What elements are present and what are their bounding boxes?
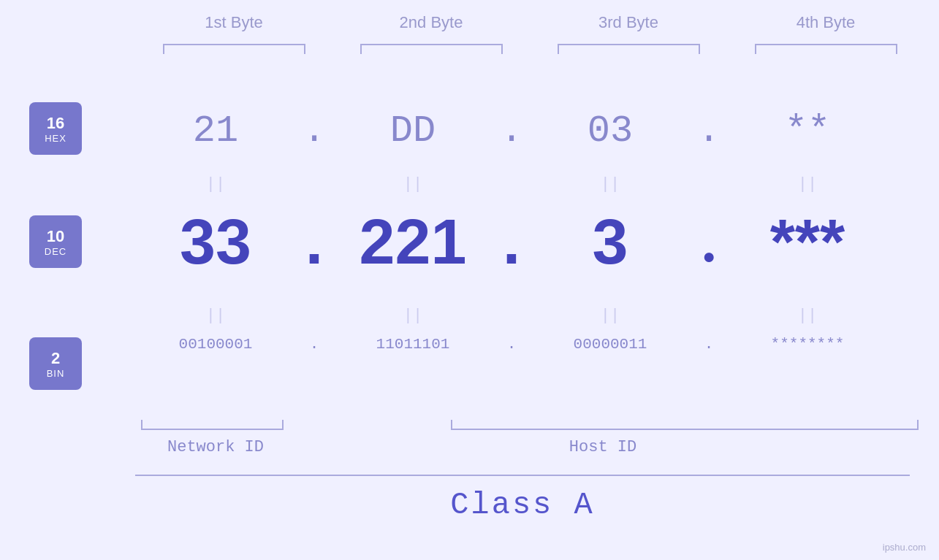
eq2-2: || bbox=[332, 307, 493, 325]
dec-val-4: *** bbox=[727, 204, 888, 279]
bottom-bracket-3-4 bbox=[451, 420, 919, 430]
dec-dot-3: ● bbox=[691, 215, 727, 269]
hex-dot-3: . bbox=[691, 110, 727, 153]
network-id-label: Network ID bbox=[135, 438, 296, 456]
byte-header-3: 3rd Byte bbox=[548, 13, 709, 32]
top-bracket-4 bbox=[755, 44, 897, 54]
byte-header-1: 1st Byte bbox=[153, 13, 314, 32]
badge-bin: 2 BIN bbox=[29, 337, 82, 390]
badge-bin-num: 2 bbox=[51, 349, 60, 368]
dec-dot-1: . bbox=[296, 204, 332, 279]
host-id-label: Host ID bbox=[332, 438, 873, 456]
byte-header-4: 4th Byte bbox=[745, 13, 906, 32]
badge-bin-label: BIN bbox=[47, 368, 65, 379]
bottom-divider-line bbox=[135, 475, 910, 476]
bin-val-4: ******** bbox=[727, 336, 888, 353]
eq1-2: || bbox=[332, 175, 493, 193]
hex-dot-2: . bbox=[493, 110, 530, 153]
hex-val-1: 21 bbox=[135, 110, 296, 153]
hex-dot-1: . bbox=[296, 110, 332, 153]
badge-hex-label: HEX bbox=[45, 133, 66, 144]
watermark: ipshu.com bbox=[883, 542, 926, 553]
dec-val-2: 221 bbox=[332, 204, 493, 279]
hex-val-3: 03 bbox=[530, 110, 691, 153]
eq2-1: || bbox=[135, 307, 296, 325]
bin-dot-1: . bbox=[296, 336, 332, 353]
bin-val-3: 00000011 bbox=[530, 336, 691, 353]
byte-headers-row: 1st Byte 2nd Byte 3rd Byte 4th Byte bbox=[135, 13, 924, 32]
dec-data-row: 33 . 221 . 3 ● *** bbox=[135, 204, 924, 279]
eq1-3: || bbox=[530, 175, 691, 193]
eq2-4: || bbox=[727, 307, 888, 325]
badge-hex: 16 HEX bbox=[29, 102, 82, 155]
bin-val-1: 00100001 bbox=[135, 336, 296, 353]
bottom-bracket-2-spacer bbox=[296, 420, 438, 430]
eq1-4: || bbox=[727, 175, 888, 193]
top-brackets-row bbox=[135, 44, 924, 54]
bin-data-row: 00100001 . 11011101 . 00000011 . *******… bbox=[135, 336, 924, 353]
class-label-container: Class A bbox=[135, 488, 910, 523]
equals-row-2: || || || || bbox=[135, 307, 924, 325]
equals-row-1: || || || || bbox=[135, 175, 924, 193]
hex-val-4: ** bbox=[727, 110, 888, 153]
dec-val-1: 33 bbox=[135, 204, 296, 279]
bin-dot-2: . bbox=[493, 336, 530, 353]
eq1-1: || bbox=[135, 175, 296, 193]
dec-dot-2: . bbox=[493, 204, 530, 279]
top-bracket-2 bbox=[360, 44, 503, 54]
class-label: Class A bbox=[450, 488, 594, 523]
bin-val-2: 11011101 bbox=[332, 336, 493, 353]
eq2-3: || bbox=[530, 307, 691, 325]
top-bracket-1 bbox=[163, 44, 305, 54]
badge-dec: 10 DEC bbox=[29, 215, 82, 268]
bin-dot-3: . bbox=[691, 336, 727, 353]
page-layout: 1st Byte 2nd Byte 3rd Byte 4th Byte 16 H… bbox=[0, 0, 939, 560]
byte-header-2: 2nd Byte bbox=[351, 13, 512, 32]
badge-hex-num: 16 bbox=[47, 114, 64, 133]
id-labels-row: Network ID Host ID bbox=[135, 438, 924, 456]
hex-val-2: DD bbox=[332, 110, 493, 153]
badge-dec-label: DEC bbox=[45, 246, 66, 257]
badge-dec-num: 10 bbox=[47, 227, 64, 246]
bottom-bracket-1 bbox=[141, 420, 284, 430]
hex-data-row: 21 . DD . 03 . ** bbox=[135, 110, 924, 153]
dec-val-3: 3 bbox=[530, 204, 691, 279]
top-bracket-3 bbox=[558, 44, 700, 54]
bottom-brackets-row bbox=[135, 420, 924, 430]
